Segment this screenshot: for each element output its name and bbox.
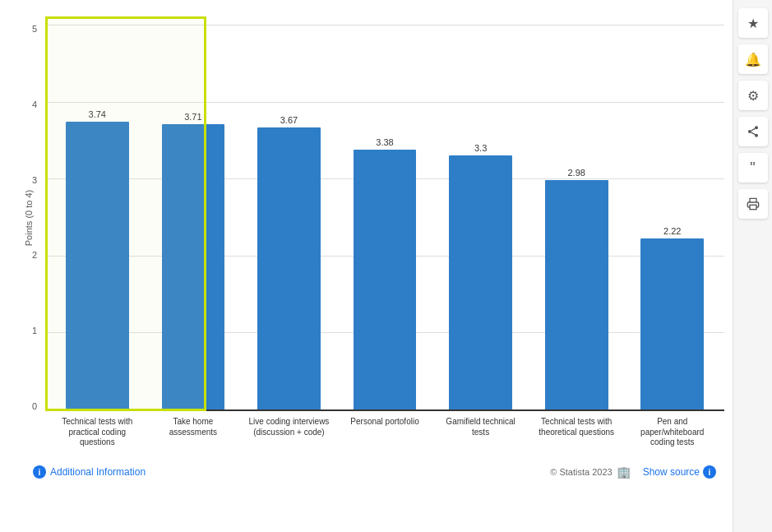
bar-group-3: 3.67	[245, 25, 333, 409]
bar-5	[449, 155, 512, 409]
y-tick-2: 2	[16, 251, 41, 260]
statista-logo-icon: 🏢	[617, 465, 631, 479]
y-axis: 0 1 2 3 4 5	[16, 25, 41, 411]
additional-info-link[interactable]: i Additional Information	[33, 465, 146, 479]
bar-4	[354, 150, 417, 409]
x-label-4: Personal portofolio	[341, 413, 429, 460]
x-label-2: Take home assessments	[150, 413, 238, 460]
show-source-label: Show source	[643, 466, 700, 478]
bar-value-4: 3.38	[376, 137, 393, 147]
bar-3	[257, 127, 321, 410]
info-icon: i	[33, 465, 46, 479]
svg-point-2	[755, 134, 758, 137]
chart-wrapper: Points (0 to 4) 0 1 2 3 4 5 3.74	[16, 25, 724, 460]
star-button[interactable]: ★	[738, 8, 768, 38]
bar-group-2: 3.71	[150, 25, 238, 409]
y-tick-0: 0	[16, 402, 41, 411]
bar-value-1: 3.74	[89, 109, 106, 119]
chart-footer: i Additional Information © Statista 2023…	[16, 460, 724, 480]
bar-value-7: 2.22	[663, 226, 681, 236]
show-source-link[interactable]: Show source i	[643, 465, 716, 479]
statista-credit: © Statista 2023 🏢	[550, 465, 630, 479]
x-label-5: Gamifield technical tests	[437, 413, 525, 460]
quote-button[interactable]: "	[738, 153, 768, 183]
bars-container: 3.74 3.71 3.67 3.38	[45, 25, 724, 409]
y-tick-5: 5	[16, 25, 41, 34]
bar-1	[66, 122, 129, 409]
page-container: Points (0 to 4) 0 1 2 3 4 5 3.74	[0, 0, 772, 532]
x-label-7: Pen and paper/whiteboard coding tests	[628, 413, 716, 460]
bar-value-5: 3.3	[474, 143, 487, 153]
bar-value-3: 3.67	[280, 115, 298, 125]
bar-7	[640, 238, 704, 409]
statista-text: © Statista 2023	[550, 467, 612, 477]
chart-inner: 3.74 3.71 3.67 3.38	[45, 25, 724, 411]
chart-area: Points (0 to 4) 0 1 2 3 4 5 3.74	[0, 0, 733, 532]
y-tick-1: 1	[16, 326, 41, 335]
additional-info-label: Additional Information	[50, 466, 146, 478]
svg-point-0	[755, 126, 758, 129]
bell-button[interactable]: 🔔	[738, 44, 768, 74]
bar-group-1: 3.74	[53, 25, 141, 409]
show-source-info-icon: i	[703, 465, 716, 479]
bar-6	[545, 180, 608, 409]
svg-point-1	[748, 130, 751, 133]
bar-value-2: 3.71	[184, 112, 201, 122]
settings-button[interactable]: ⚙	[738, 81, 768, 110]
sidebar: ★ 🔔 ⚙ "	[733, 0, 772, 532]
x-label-3: Live coding interviews (discussion + cod…	[245, 413, 333, 460]
bar-group-4: 3.38	[341, 25, 429, 409]
x-label-6: Technical tests with theoretical questio…	[533, 413, 621, 460]
share-button[interactable]	[738, 117, 768, 146]
y-tick-4: 4	[16, 100, 41, 109]
bar-group-6: 2.98	[533, 25, 621, 409]
footer-right: © Statista 2023 🏢 Show source i	[550, 465, 716, 479]
svg-line-3	[751, 132, 755, 135]
bar-2	[162, 124, 225, 409]
x-label-1: Technical tests with practical coding qu…	[53, 413, 141, 460]
svg-rect-5	[750, 205, 756, 209]
print-button[interactable]	[738, 189, 768, 219]
bar-group-7: 2.22	[628, 25, 716, 409]
y-tick-3: 3	[16, 176, 41, 185]
svg-line-4	[751, 128, 755, 131]
bar-group-5: 3.3	[437, 25, 525, 409]
x-labels: Technical tests with practical coding qu…	[45, 413, 724, 460]
bar-value-6: 2.98	[567, 168, 585, 178]
